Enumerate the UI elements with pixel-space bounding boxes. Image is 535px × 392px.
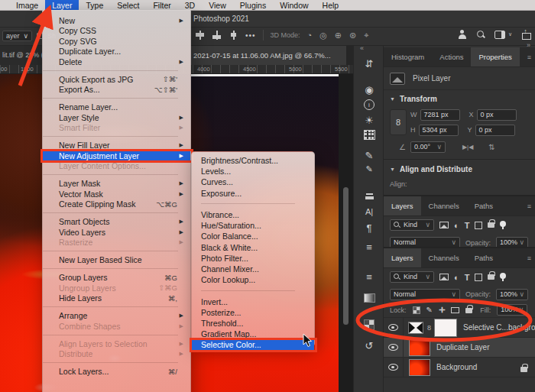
menu-item[interactable]: New Fill Layer ▶ — [43, 141, 190, 151]
menu-item[interactable] — [192, 199, 314, 209]
menu-item[interactable]: Layer Style ▶ — [43, 112, 190, 123]
align-center-icon[interactable] — [212, 31, 222, 40]
gradients-icon[interactable] — [354, 290, 384, 306]
menu-item[interactable]: Vector Mask ▶ — [43, 189, 190, 199]
panel-tab[interactable]: Layers — [384, 196, 421, 215]
menu-item[interactable]: Curves... — [192, 177, 314, 187]
3d-mode-icon[interactable]: ⊛ — [349, 31, 356, 40]
menu-item[interactable]: Video Layers ▶ — [43, 227, 190, 238]
3d-mode-icon[interactable]: ⊕ — [335, 31, 342, 40]
align-right-icon[interactable] — [229, 31, 238, 40]
lock-artboard-icon[interactable] — [451, 307, 459, 313]
clone-source-icon[interactable] — [354, 189, 384, 204]
lock-all-icon[interactable] — [465, 308, 472, 313]
menu-item[interactable]: Lock Layers... ⌘/ — [43, 367, 190, 377]
paragraph-icon[interactable]: ¶ — [354, 220, 384, 235]
menu-item[interactable]: Hue/Saturation... — [192, 220, 314, 231]
chevron-down-icon[interactable]: ▼ — [390, 167, 395, 172]
info-icon[interactable] — [354, 97, 384, 112]
workspace-layout-icon[interactable] — [494, 31, 505, 39]
menu-item[interactable]: Exposure... — [192, 188, 314, 199]
y-field[interactable]: 0 px — [475, 125, 515, 136]
chevron-down-icon[interactable]: ∨ — [508, 31, 512, 37]
adjustments-icon[interactable]: ☀ — [354, 112, 384, 128]
filter-shape-layers-icon[interactable] — [475, 222, 482, 229]
account-icon[interactable] — [458, 30, 467, 39]
styles-icon[interactable] — [354, 127, 384, 142]
patterns-icon[interactable] — [354, 317, 384, 332]
filter-toggle-icon[interactable] — [500, 273, 506, 279]
search-icon[interactable] — [476, 30, 485, 39]
menu-item[interactable]: Black & White... — [192, 242, 314, 253]
menu-item[interactable]: Quick Export as JPG ⇧⌘' — [43, 74, 190, 85]
panel-menu-icon[interactable]: ≡ — [527, 254, 531, 262]
menu-item[interactable] — [43, 95, 190, 102]
menu-item[interactable] — [43, 248, 190, 255]
menu-item[interactable]: New Layer Based Slice — [43, 255, 190, 266]
menu-item[interactable]: Channel Mixer... — [192, 264, 314, 274]
menu-item[interactable]: Photo Filter... — [192, 253, 314, 264]
menubar-item[interactable]: Select — [110, 0, 146, 10]
angle-field[interactable]: 0.00°∨ — [410, 141, 446, 153]
brushes-icon[interactable]: ✎ — [354, 161, 384, 177]
panel-tab[interactable]: Layers — [384, 248, 421, 267]
menu-item[interactable]: Arrange ▶ — [43, 311, 190, 322]
visibility-toggle[interactable] — [384, 338, 404, 357]
panel-tab[interactable]: Channels — [421, 248, 467, 267]
menu-item[interactable]: Rasterize ▶ — [43, 238, 190, 248]
opacity-field[interactable]: 100%∨ — [496, 289, 528, 300]
panel-tab[interactable]: Actions — [432, 47, 471, 66]
filter-shape-layers-icon[interactable] — [475, 274, 482, 281]
menu-item[interactable]: Group Layers ⌘G — [43, 273, 190, 283]
menubar-item[interactable]: Plugins — [233, 0, 273, 10]
menu-item[interactable]: Delete ▶ — [43, 57, 190, 67]
3d-mode-icon[interactable]: ⌖ — [364, 31, 368, 40]
layer-mask-thumbnail[interactable] — [435, 319, 456, 336]
character-icon[interactable]: A| — [354, 204, 384, 219]
menu-item[interactable] — [43, 133, 190, 141]
panel-tab[interactable]: Histogram — [384, 47, 432, 66]
layer-name[interactable]: Duplicate Layer — [436, 343, 489, 352]
menubar-item[interactable]: Help — [316, 0, 346, 10]
menu-item[interactable]: Color Lookup... — [192, 274, 314, 285]
menu-item[interactable] — [43, 67, 190, 75]
chevron-down-icon[interactable]: ▼ — [390, 96, 395, 102]
blend-mode-dropdown[interactable]: Normal∨ — [390, 289, 460, 300]
filter-type-layers-icon[interactable]: T — [465, 273, 470, 282]
3d-mode-icon[interactable]: ◔ — [307, 31, 313, 40]
3d-mode-icon[interactable]: ◎ — [319, 31, 327, 40]
layer-thumbnail[interactable] — [410, 360, 430, 375]
menubar-item[interactable]: Window — [273, 0, 315, 10]
menu-item[interactable]: New Adjustment Layer ▶ — [43, 151, 190, 161]
filter-adjustment-layers-icon[interactable]: ◐ — [454, 221, 459, 230]
menubar-item[interactable]: Type — [79, 0, 110, 10]
menu-item[interactable] — [43, 209, 190, 217]
menu-item[interactable]: Export As... ⌥⇧⌘' — [43, 85, 190, 96]
menu-item[interactable]: Distribute ▶ — [43, 349, 190, 360]
menu-item[interactable]: Layer Content Options... — [43, 161, 190, 172]
x-field[interactable]: 0 px — [477, 109, 517, 121]
menu-item[interactable]: Brightness/Contrast... — [192, 155, 314, 166]
filter-pixel-layers-icon[interactable] — [439, 274, 449, 280]
vertical-scrollbar[interactable] — [343, 187, 349, 325]
fill-field[interactable]: 100%∨ — [497, 304, 527, 316]
menubar-item[interactable]: 3D — [178, 0, 202, 10]
doc-tab-inactive[interactable]: lit.tif @ 25% ( — [0, 46, 44, 65]
filter-smart-objects-icon[interactable] — [488, 222, 494, 228]
menu-item[interactable]: Rename Layer... — [43, 102, 190, 113]
layer-name[interactable]: Selective C...background — [463, 323, 535, 332]
menu-item[interactable]: Ungroup Layers ⇧⌘G — [43, 283, 190, 293]
Selective C...background[interactable]: 8 Selective C...background — [384, 318, 535, 338]
menu-item[interactable]: New ▶ — [43, 15, 190, 26]
layer-thumbnail[interactable] — [410, 340, 430, 355]
panel-menu-icon[interactable]: ≡ — [527, 202, 531, 210]
menu-item[interactable]: Layer Mask ▶ — [43, 179, 190, 190]
lock-pixels-icon[interactable]: ✎ — [426, 306, 433, 314]
width-field[interactable]: 7281 px — [420, 109, 460, 121]
paragraph-styles-icon[interactable]: ≡ — [354, 269, 384, 284]
share-icon[interactable] — [521, 30, 530, 39]
panel-tab[interactable]: Properties — [471, 47, 519, 66]
filter-toggle-icon[interactable] — [500, 221, 506, 227]
menu-item[interactable]: Hide Layers ⌘, — [43, 293, 190, 304]
Background[interactable]: 8 Background — [384, 358, 535, 377]
